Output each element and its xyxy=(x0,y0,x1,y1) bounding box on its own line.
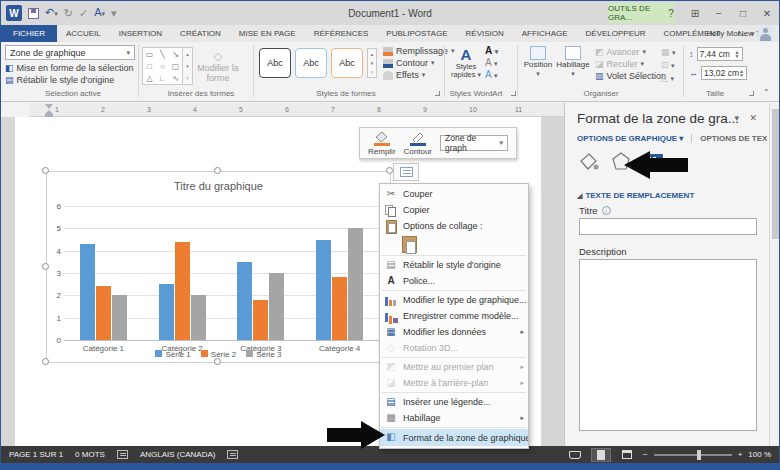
tab-mise-en-page[interactable]: MISE EN PAGE xyxy=(230,25,305,42)
tab-publipostage[interactable]: PUBLIPOSTAGE xyxy=(377,25,456,42)
shape-cell-0[interactable]: ▭ xyxy=(143,48,156,60)
shape-cell-4[interactable]: ○ xyxy=(156,60,169,72)
bar-série-3-cat1[interactable] xyxy=(112,295,127,340)
bar-série-3-cat3[interactable] xyxy=(269,273,284,340)
bar-série-1-cat4[interactable] xyxy=(316,240,331,341)
help-button[interactable]: ? xyxy=(661,4,681,22)
width-spinner[interactable]: 13,02 cm▲▼ xyxy=(701,66,747,80)
selection-dropdown[interactable]: Zone de graphique▾ xyxy=(5,45,135,60)
chart-object[interactable]: Titre du graphique 0123456Catégorie 1Cat… xyxy=(46,171,391,363)
shape-style-2[interactable]: Abc xyxy=(295,48,327,78)
selection-pane-button[interactable]: ▥Volet Sélection xyxy=(595,71,666,81)
bar-série-1-cat3[interactable] xyxy=(237,262,252,340)
bar-série-2-cat2[interactable] xyxy=(175,242,190,340)
pane-scrollbar[interactable] xyxy=(769,103,780,446)
chart-element-dropdown[interactable]: Zone de graph▾ xyxy=(440,135,508,151)
shape-cell-5[interactable]: ▢ xyxy=(169,60,182,72)
shape-style-3[interactable]: Abc xyxy=(331,48,363,78)
menu-item-enregistrer-comme-modèle[interactable]: Enregistrer comme modèle... xyxy=(380,308,528,324)
pane-scrollbar-thumb[interactable] xyxy=(772,109,779,239)
menu-item-couper[interactable]: Couper xyxy=(380,186,528,202)
shape-cell-2[interactable]: ↘ xyxy=(169,48,182,60)
pane-close-icon[interactable]: ✕ xyxy=(749,113,757,123)
shape-cell-1[interactable]: ╲ xyxy=(156,48,169,60)
wordart-dialog-launcher[interactable] xyxy=(511,91,516,96)
shape-cell-3[interactable]: □ xyxy=(143,60,156,72)
text-fill-button[interactable]: A ▾ xyxy=(485,45,498,56)
zoom-in-button[interactable]: + xyxy=(738,450,743,459)
selection-handle[interactable] xyxy=(42,263,49,270)
maximize-button[interactable]: □ xyxy=(733,4,753,22)
redo-icon[interactable]: ↻ xyxy=(64,8,73,19)
shape-style-1[interactable]: Abc xyxy=(259,48,291,78)
selection-handle[interactable] xyxy=(42,358,49,365)
first-line-indent-marker[interactable] xyxy=(45,104,53,109)
selection-handle[interactable] xyxy=(214,358,221,365)
bring-forward-button[interactable]: ◩Avancer▾ xyxy=(595,47,666,57)
bar-série-3-cat2[interactable] xyxy=(191,295,206,340)
bar-série-3-cat4[interactable] xyxy=(348,228,363,340)
shape-styles-scroll[interactable]: ▴▾▿ xyxy=(367,48,377,78)
pane-tab-text-options[interactable]: OPTIONS DE TEX xyxy=(691,134,767,143)
menu-item-modifier-le-type-de-graphique[interactable]: Modifier le type de graphique... xyxy=(380,292,528,308)
tab-création[interactable]: CRÉATION xyxy=(171,25,230,42)
collapse-ribbon-icon[interactable]: ⌃ xyxy=(763,88,770,97)
paste-option-icon[interactable] xyxy=(402,236,417,253)
shape-cell-7[interactable]: ∟ xyxy=(156,72,169,84)
text-effects-button[interactable]: A ▾ xyxy=(485,69,498,80)
ribbon-options-button[interactable]: ⊞ xyxy=(685,4,705,22)
shape-cell-6[interactable]: △ xyxy=(143,72,156,84)
undo-icon[interactable]: ↶▾ xyxy=(45,7,58,19)
menu-item-modifier-les-données[interactable]: Modifier les données▸ xyxy=(380,324,528,340)
selection-handle[interactable] xyxy=(214,167,221,174)
tab-insertion[interactable]: INSERTION xyxy=(110,25,171,42)
reset-style-button[interactable]: ▤ Rétablir le style d'origine xyxy=(5,75,135,85)
chart-title[interactable]: Titre du graphique xyxy=(47,180,390,192)
alt-description-textarea[interactable] xyxy=(579,259,757,431)
close-button[interactable]: ✕ xyxy=(757,4,777,22)
read-mode-button[interactable] xyxy=(565,448,585,462)
menu-item-rétablir-le-style-d-origine[interactable]: Rétablir le style d'origine xyxy=(380,257,528,273)
word-count[interactable]: 0 MOTS xyxy=(75,450,105,459)
text-outline-button[interactable]: A ▾ xyxy=(485,57,498,68)
pane-collapse-icon[interactable]: ▾ xyxy=(734,113,739,123)
alt-title-input[interactable] xyxy=(579,218,757,235)
menu-item-rotation-3d[interactable]: Rotation 3D... xyxy=(380,340,528,356)
tab-fichier[interactable]: FICHIER xyxy=(1,25,57,42)
selection-handle[interactable] xyxy=(386,167,393,174)
page-indicator[interactable]: PAGE 1 SUR 1 xyxy=(9,450,63,459)
account-name[interactable]: Holly Mor... xyxy=(706,29,746,38)
wordart-quick-styles-button[interactable]: A Styles rapides ▾ xyxy=(449,46,483,80)
menu-item-format-de-la-zone-de-graphique[interactable]: Format de la zone de graphique... xyxy=(380,429,528,446)
save-icon[interactable] xyxy=(28,8,39,19)
zoom-level[interactable]: 100 % xyxy=(748,450,771,459)
bar-série-1-cat2[interactable] xyxy=(159,284,174,340)
tab-développeur[interactable]: DÉVELOPPEUR xyxy=(577,25,655,42)
style-icon[interactable]: A▾ xyxy=(94,7,105,19)
zoom-slider-thumb[interactable] xyxy=(697,450,701,460)
legend-item-série-3[interactable]: Série 3 xyxy=(246,350,281,359)
send-backward-button[interactable]: ◪Reculer▾ xyxy=(595,59,666,69)
wrap-text-button[interactable]: Habillage▾ xyxy=(556,46,590,78)
format-selection-button[interactable]: ◧ Mise en forme de la sélection xyxy=(5,63,135,73)
pane-tab-chart-options[interactable]: OPTIONS DE GRAPHIQUE ▾ xyxy=(577,134,683,143)
menu-item-copier[interactable]: Copier xyxy=(380,202,528,218)
group-button[interactable]: ⊡ ▾ xyxy=(661,60,676,70)
bar-série-2-cat3[interactable] xyxy=(253,300,268,340)
minimize-button[interactable]: − xyxy=(709,4,729,22)
bar-série-2-cat1[interactable] xyxy=(96,286,111,340)
height-spinner[interactable]: 7,44 cm▲▼ xyxy=(697,47,743,61)
print-layout-button[interactable] xyxy=(591,448,611,462)
bar-série-2-cat4[interactable] xyxy=(332,277,347,340)
fill-mini-button[interactable]: Remplir xyxy=(368,131,396,156)
bar-série-1-cat1[interactable] xyxy=(80,244,95,340)
zoom-out-button[interactable]: − xyxy=(643,450,648,459)
edit-shape-button[interactable]: ◇ Modifier la forme xyxy=(188,50,248,84)
position-button[interactable]: Position▾ xyxy=(523,46,553,78)
menu-item-habillage[interactable]: Habillage▸ xyxy=(380,410,528,426)
avatar[interactable] xyxy=(758,26,773,41)
word-logo-icon[interactable]: W xyxy=(6,5,22,21)
proofing-icon[interactable] xyxy=(117,450,128,459)
menu-item-options-de-collage[interactable]: Options de collage : xyxy=(380,218,528,234)
zoom-slider[interactable] xyxy=(654,454,732,456)
